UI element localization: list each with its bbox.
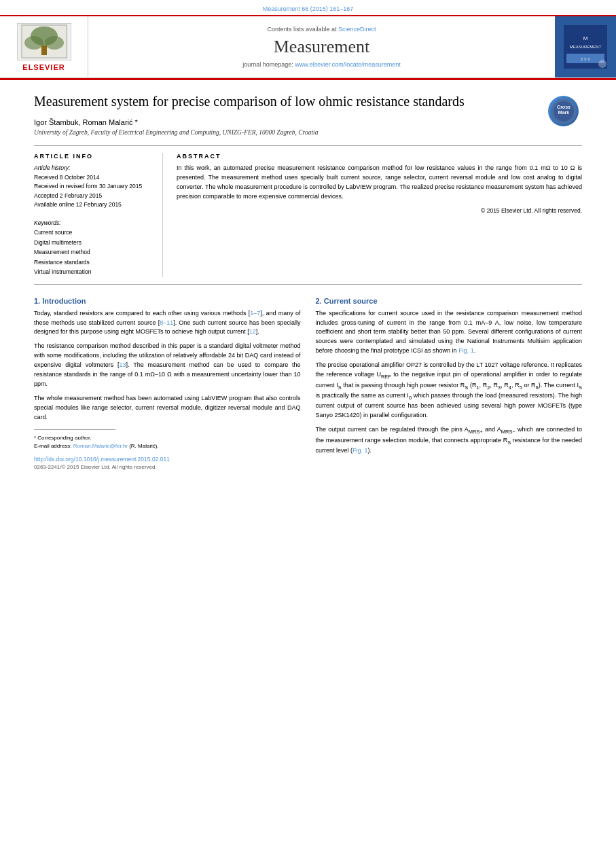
divider-after-affiliation — [34, 145, 582, 146]
keyword-1: Current source — [34, 229, 72, 236]
svg-text:Mark: Mark — [558, 110, 568, 115]
svg-text:M: M — [583, 35, 588, 41]
section1-heading: 1. Introduction — [34, 297, 301, 305]
article-info-label: ARTICLE INFO — [34, 153, 153, 160]
body-columns: 1. Introduction Today, standard resistor… — [34, 297, 582, 470]
crossmark-badge-block[interactable]: Cross Mark — [545, 92, 582, 130]
homepage-link[interactable]: www.elsevier.com/locate/measurement — [295, 61, 401, 68]
body-content: 1. Introduction Today, standard resistor… — [34, 297, 582, 470]
article-info-abstract-columns: ARTICLE INFO Article history: Received 8… — [34, 153, 582, 277]
keyword-2: Digital multimeters — [34, 239, 81, 246]
svg-text:≡ ≡ ≡: ≡ ≡ ≡ — [581, 57, 590, 61]
keyword-5: Virtual instrumentation — [34, 268, 91, 275]
available-text: Available online 12 February 2015 — [34, 201, 122, 208]
paper-title-text: Measurement system for precise compariso… — [34, 94, 465, 109]
ref-1-7[interactable]: 1–7 — [250, 310, 260, 317]
journal-reference: Measurement 66 (2015) 161–167 — [0, 0, 616, 15]
footnote-email-link[interactable]: Roman.Malaric@fer.hr — [73, 443, 128, 449]
footnote-email-suffix: (R. Malarić). — [128, 443, 159, 449]
journal-center-block: Contents lists available at ScienceDirec… — [88, 16, 555, 77]
history-label: Article history: — [34, 164, 70, 171]
footnote-star: * Corresponding author. — [34, 435, 92, 441]
elsevier-wordmark: ELSEVIER — [22, 63, 65, 71]
received2-text: Received in revised form 30 January 2015 — [34, 183, 142, 190]
section2-heading: 2. Current source — [316, 297, 583, 305]
section2-para3: The output current can be regulated thro… — [316, 425, 583, 456]
svg-text:Cross: Cross — [557, 105, 570, 109]
abstract-column: ABSTRACT In this work, an automated prec… — [177, 153, 582, 277]
body-right-column: 2. Current source The specifications for… — [316, 297, 583, 470]
journal-right-graphic: M MEASUREMENT ≡ ≡ ≡ — [555, 16, 616, 77]
body-left-column: 1. Introduction Today, standard resistor… — [34, 297, 301, 470]
received1-text: Received 8 October 2014 — [34, 174, 99, 181]
affiliation-line: University of Zagreb, Faculty of Electri… — [34, 129, 582, 136]
section1-para2: The resistance comparison method describ… — [34, 342, 301, 389]
ref-fig1-s2p3[interactable]: Fig. 1 — [352, 447, 368, 454]
ref-13[interactable]: 13 — [120, 361, 126, 368]
abstract-label: ABSTRACT — [177, 153, 582, 160]
journal-title: Measurement — [274, 37, 370, 57]
keyword-4: Resistance standards — [34, 259, 90, 266]
keywords-section: Keywords: Current source Digital multime… — [34, 218, 153, 277]
ref-8-11[interactable]: 8–11 — [160, 319, 173, 326]
article-info-column: ARTICLE INFO Article history: Received 8… — [34, 153, 163, 277]
svg-point-2 — [24, 36, 43, 50]
accepted-text: Accepted 2 February 2015 — [34, 192, 102, 199]
svg-text:MEASUREMENT: MEASUREMENT — [570, 45, 602, 49]
svg-point-12 — [598, 60, 606, 68]
sciencedirect-line: Contents lists available at ScienceDirec… — [267, 26, 376, 33]
abstract-copyright: © 2015 Elsevier Ltd. All rights reserved… — [177, 207, 582, 214]
bottom-copyright: 0263-2241/© 2015 Elsevier Ltd. All right… — [34, 464, 301, 470]
svg-point-3 — [45, 36, 64, 50]
section1-para3: The whole measurement method has been au… — [34, 394, 301, 423]
journal-header: ELSEVIER Contents lists available at Sci… — [0, 15, 616, 78]
article-history: Article history: Received 8 October 2014… — [34, 164, 153, 210]
ref-12[interactable]: 12 — [249, 328, 256, 335]
keywords-label: Keywords: — [34, 219, 61, 226]
section1-para1: Today, standard resistors are compared t… — [34, 309, 301, 338]
authors-text: Igor Štambuk, Roman Malarić * — [34, 118, 138, 126]
page: Measurement 66 (2015) 161–167 ELSEVIER — [0, 0, 616, 841]
journal-homepage: journal homepage: www.elsevier.com/locat… — [242, 61, 401, 68]
footnote-block: * Corresponding author. E-mail address: … — [34, 434, 301, 450]
abstract-text: In this work, an automated precise measu… — [177, 164, 582, 202]
main-content: Measurement system for precise compariso… — [0, 80, 616, 482]
authors-line: Igor Štambuk, Roman Malarić * — [34, 118, 582, 126]
sciencedirect-link[interactable]: ScienceDirect — [338, 26, 376, 33]
divider-after-abstract — [34, 284, 582, 285]
paper-title-block: Measurement system for precise compariso… — [34, 92, 582, 110]
footnote-divider — [34, 429, 115, 430]
keyword-3: Measurement method — [34, 249, 90, 255]
section2-para1: The specifications for current source us… — [316, 309, 583, 357]
section2-para2: The precise operational amplifier OP27 i… — [316, 361, 583, 420]
crossmark-badge[interactable]: Cross Mark — [548, 96, 579, 126]
footnote-email-label: E-mail address: — [34, 443, 73, 449]
doi-link[interactable]: http://dx.doi.org/10.1016/j.measurement.… — [34, 456, 301, 463]
svg-rect-4 — [41, 46, 47, 55]
elsevier-logo-block: ELSEVIER — [0, 16, 88, 77]
elsevier-logo-graphic — [17, 23, 71, 60]
ref-fig1-s2p1[interactable]: Fig. 1 — [458, 347, 474, 354]
